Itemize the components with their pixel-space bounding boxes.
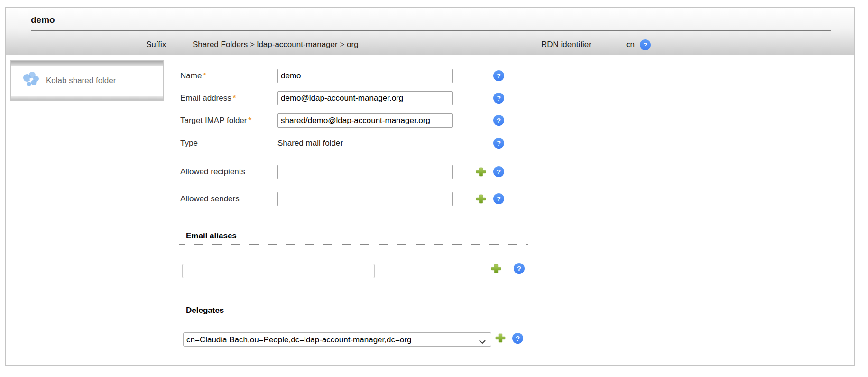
suffix-label: Suffix bbox=[146, 38, 166, 52]
field-row-name: Name* ? bbox=[180, 69, 453, 83]
field-row-allowed-recipients: Allowed recipients ? bbox=[180, 165, 453, 179]
field-row-allowed-senders: Allowed senders ? bbox=[180, 192, 453, 206]
delegates-section-title: Delegates bbox=[179, 301, 528, 317]
field-row-email-address: Email address* ? bbox=[180, 91, 453, 105]
target-imap-folder-input[interactable] bbox=[277, 113, 453, 128]
tab-inner: Kolab shared folder bbox=[11, 66, 163, 96]
rdn-identifier-value: cn bbox=[626, 38, 635, 52]
allowed-senders-input[interactable] bbox=[277, 192, 453, 206]
kolab-cloud-icon bbox=[22, 71, 40, 91]
add-icon[interactable] bbox=[491, 264, 501, 274]
title-divider bbox=[31, 30, 831, 31]
add-icon[interactable] bbox=[495, 333, 506, 343]
field-row-target-imap-folder: Target IMAP folder* ? bbox=[180, 113, 453, 128]
tab-kolab-shared-folder[interactable]: Kolab shared folder bbox=[10, 60, 164, 101]
required-marker: * bbox=[233, 94, 236, 103]
help-icon[interactable]: ? bbox=[493, 93, 504, 104]
help-icon[interactable]: ? bbox=[512, 333, 523, 344]
help-icon[interactable]: ? bbox=[493, 166, 504, 177]
rdn-identifier-label: RDN identifier bbox=[541, 38, 591, 52]
add-icon[interactable] bbox=[476, 194, 486, 204]
content-area: Kolab shared folder Name* ? Email addres… bbox=[6, 55, 854, 365]
help-icon[interactable]: ? bbox=[493, 193, 504, 204]
email-aliases-section-title: Email aliases bbox=[179, 231, 528, 245]
email-alias-input[interactable] bbox=[182, 264, 375, 278]
name-input[interactable] bbox=[277, 69, 453, 83]
help-icon[interactable]: ? bbox=[514, 263, 525, 274]
target-imap-folder-label: Target IMAP folder* bbox=[180, 116, 277, 125]
header: demo Suffix Shared Folders > ldap-accoun… bbox=[6, 8, 854, 55]
delegates-select[interactable]: cn=Claudia Bach,ou=People,dc=ldap-accoun… bbox=[183, 332, 491, 347]
help-icon[interactable]: ? bbox=[493, 115, 504, 126]
email-address-label: Email address* bbox=[180, 94, 277, 103]
type-label: Type bbox=[180, 139, 277, 148]
tab-label: Kolab shared folder bbox=[46, 76, 116, 85]
allowed-recipients-label: Allowed recipients bbox=[180, 167, 277, 177]
required-marker: * bbox=[203, 71, 206, 80]
header-meta-bar: Suffix Shared Folders > ldap-account-man… bbox=[6, 38, 854, 52]
page-title: demo bbox=[31, 15, 55, 25]
help-icon[interactable]: ? bbox=[493, 70, 504, 81]
help-icon[interactable]: ? bbox=[493, 138, 504, 149]
suffix-breadcrumb: Shared Folders > ldap-account-manager > … bbox=[193, 38, 359, 52]
name-label: Name* bbox=[180, 71, 277, 81]
field-row-type: Type Shared mail folder ? bbox=[180, 136, 343, 151]
account-edit-window: demo Suffix Shared Folders > ldap-accoun… bbox=[5, 7, 855, 366]
add-icon[interactable] bbox=[476, 167, 486, 177]
help-icon[interactable]: ? bbox=[640, 39, 651, 50]
type-value: Shared mail folder bbox=[277, 139, 343, 148]
required-marker: * bbox=[248, 116, 251, 125]
email-address-input[interactable] bbox=[277, 91, 453, 105]
allowed-recipients-input[interactable] bbox=[277, 165, 453, 179]
allowed-senders-label: Allowed senders bbox=[180, 194, 277, 204]
